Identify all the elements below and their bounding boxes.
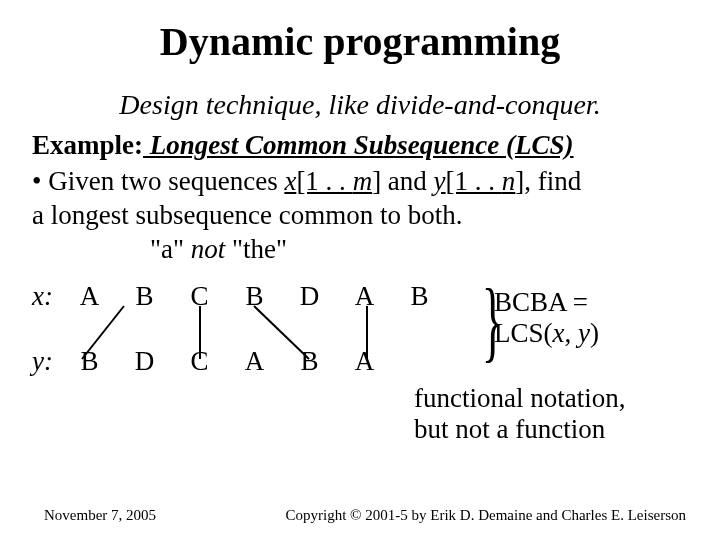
example-heading: Example: Longest Common Subsequence (LCS… (32, 129, 688, 163)
rhs-close: ) (590, 318, 599, 348)
rhs-x: x (553, 318, 565, 348)
y-range: [1 . . (446, 166, 502, 196)
seq-cell: B (117, 281, 172, 312)
rhs-y: y (578, 318, 590, 348)
seq-cell: B (62, 346, 117, 377)
note-not: not (184, 234, 232, 264)
seq-cell: C (172, 281, 227, 312)
footer-copyright: Copyright © 2001-5 by Erik D. Demaine an… (286, 507, 686, 524)
seq-cell: B (227, 281, 282, 312)
functional-notation-note: functional notation, but not a function (414, 383, 625, 445)
seq-cell: C (172, 346, 227, 377)
seq-cell: B (392, 281, 447, 312)
seq-cell: B (282, 346, 337, 377)
rhs-lcs: LCS( (494, 318, 553, 348)
n-var: n (502, 166, 516, 196)
note-the: "the" (232, 234, 287, 264)
func-note-1: functional notation, (414, 383, 625, 413)
slide-body: Design technique, like divide-and-conque… (0, 89, 720, 441)
y-sequence-row: y: B D C A B A (32, 346, 392, 377)
x-range: [1 . . (296, 166, 352, 196)
example-label: Example: (32, 130, 143, 160)
seq-cell: A (227, 346, 282, 377)
bullet-line2: a longest subsequence common to both. (32, 200, 462, 230)
footer-date: November 7, 2005 (44, 507, 156, 524)
m-var: m (353, 166, 373, 196)
seq-cell: A (62, 281, 117, 312)
sequence-area: x: A B C B D A B y: B D C A B A } BCBA =… (32, 271, 688, 441)
y-label: y: (32, 346, 62, 377)
x-sequence-row: x: A B C B D A B (32, 281, 447, 312)
y-var: y (434, 166, 446, 196)
seq-cell: D (117, 346, 172, 377)
lcs-result: BCBA = LCS(x, y) (494, 287, 599, 349)
x-var: x (284, 166, 296, 196)
rhs-line1: BCBA = (494, 287, 588, 317)
func-note-2: but not a function (414, 414, 605, 444)
rhs-comma: , (565, 318, 579, 348)
seq-cell: A (337, 281, 392, 312)
subtitle: Design technique, like divide-and-conque… (32, 89, 688, 121)
a-not-the-note: "a" not "the" (150, 234, 688, 265)
seq-cell: D (282, 281, 337, 312)
bullet-text: • Given two sequences x[1 . . m] and y[1… (32, 165, 688, 233)
seq-cell: A (337, 346, 392, 377)
note-a: "a" (150, 234, 184, 264)
slide-footer: November 7, 2005 Copyright © 2001-5 by E… (0, 507, 720, 524)
and-text: ] and (372, 166, 433, 196)
bullet-prefix: • Given two sequences (32, 166, 284, 196)
example-title: Longest Common Subsequence (LCS) (143, 130, 574, 160)
slide-title: Dynamic programming (0, 18, 720, 65)
bullet-suffix: ], find (515, 166, 581, 196)
x-label: x: (32, 281, 62, 312)
